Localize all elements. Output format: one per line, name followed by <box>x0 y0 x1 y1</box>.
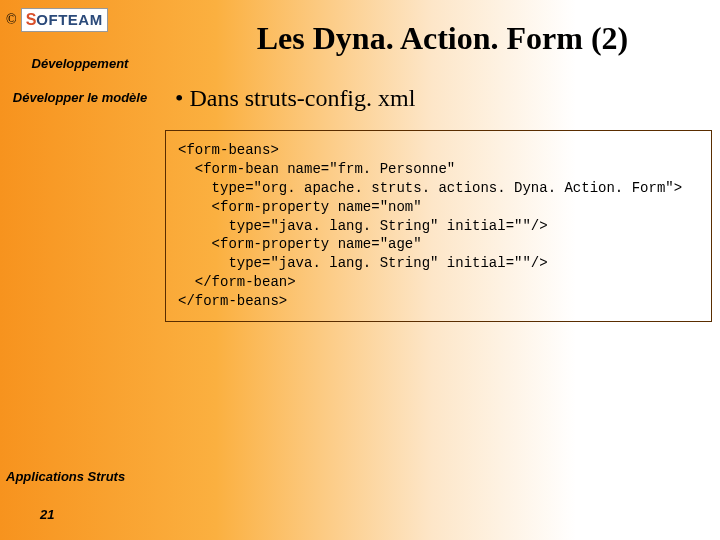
slide: © SOFTEAM Développement Développer le mo… <box>0 0 720 540</box>
content-area: Les Dyna. Action. Form (2) • Dans struts… <box>165 0 720 540</box>
bullet-point: • Dans struts-config. xml <box>175 85 720 112</box>
logo-s: S <box>26 11 37 29</box>
footer-title: Applications Struts <box>6 469 125 484</box>
sidebar: © SOFTEAM Développement Développer le mo… <box>0 0 160 115</box>
copyright-symbol: © <box>6 12 17 28</box>
logo-row: © SOFTEAM <box>6 8 154 32</box>
slide-title: Les Dyna. Action. Form (2) <box>165 20 720 57</box>
page-number: 21 <box>40 507 54 522</box>
softeam-logo: SOFTEAM <box>21 8 108 32</box>
nav-section-modele: Développer le modèle <box>6 90 154 106</box>
nav-section-developpement: Développement <box>6 56 154 72</box>
code-block: <form-beans> <form-bean name="frm. Perso… <box>165 130 712 322</box>
logo-rest: OFTEAM <box>36 11 102 28</box>
